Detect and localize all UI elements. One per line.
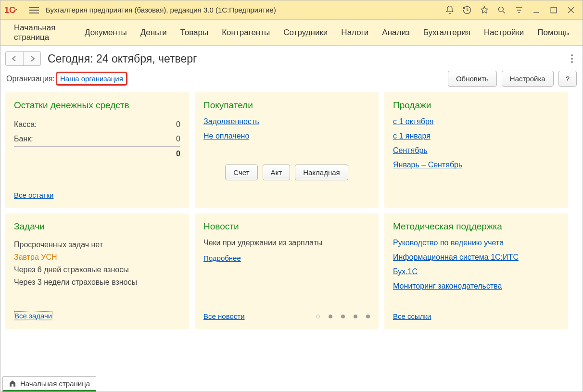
nav-row: Сегодня: 24 октября, четверг bbox=[5, 51, 578, 66]
menu-accounting[interactable]: Бухгалтерия bbox=[417, 25, 477, 40]
task-item-0: Просроченных задач нет bbox=[14, 239, 180, 251]
card-news: Новости Чеки при удержании из зарплаты П… bbox=[195, 214, 379, 329]
tab-home[interactable]: Начальная страница bbox=[2, 376, 96, 392]
cash-row-bank: Банк: 0 bbox=[14, 132, 180, 146]
sales-link-jan-sept[interactable]: Январь – Сентябрь bbox=[393, 161, 559, 169]
star-icon[interactable] bbox=[477, 2, 492, 18]
card-news-title: Новости bbox=[203, 221, 370, 232]
cash-total: 0 bbox=[14, 146, 180, 158]
buyers-link-debt[interactable]: Задолженность bbox=[203, 117, 370, 126]
card-cash-title: Остатки денежных средств bbox=[14, 100, 180, 111]
sales-link-oct1[interactable]: с 1 октября bbox=[393, 117, 559, 126]
close-icon[interactable] bbox=[563, 2, 579, 18]
refresh-button[interactable]: Обновить bbox=[448, 71, 497, 87]
news-all-link[interactable]: Все новости bbox=[203, 312, 245, 320]
tab-bar: Начальная страница bbox=[0, 374, 583, 392]
page-title: Сегодня: 24 октября, четверг bbox=[48, 52, 197, 65]
kebab-icon[interactable] bbox=[566, 53, 578, 64]
nav-forward-button[interactable] bbox=[23, 52, 40, 65]
menu-money[interactable]: Деньги bbox=[134, 25, 174, 40]
org-label: Организация: bbox=[6, 75, 55, 83]
history-icon[interactable] bbox=[459, 2, 475, 18]
svg-point-4 bbox=[571, 58, 573, 60]
buyers-btn-invoice[interactable]: Счет bbox=[225, 164, 257, 180]
cash-kassa-value: 0 bbox=[176, 120, 180, 129]
card-sales: Продажи с 1 октября с 1 января Сентябрь … bbox=[384, 92, 568, 208]
org-row: Организация: Наша организация Обновить Н… bbox=[6, 71, 577, 87]
pager-dot-4[interactable] bbox=[366, 315, 370, 318]
svg-point-5 bbox=[571, 61, 573, 63]
cash-row-kassa: Касса: 0 bbox=[14, 117, 180, 132]
support-link-buh1c[interactable]: Бух.1С bbox=[393, 267, 559, 276]
buyers-btn-act[interactable]: Акт bbox=[263, 164, 291, 180]
home-icon bbox=[9, 379, 16, 387]
card-tasks-title: Задачи bbox=[14, 221, 180, 232]
titlebar: 1С Бухгалтерия предприятия (базовая), ре… bbox=[0, 0, 583, 20]
news-more-link[interactable]: Подробнее bbox=[203, 254, 370, 262]
app-window: 1С Бухгалтерия предприятия (базовая), ре… bbox=[0, 0, 583, 392]
menu-taxes[interactable]: Налоги bbox=[334, 25, 375, 40]
task-item-1[interactable]: Завтра УСН bbox=[14, 251, 180, 264]
menu-settings[interactable]: Настройки bbox=[477, 25, 531, 40]
tasks-all-link[interactable]: Все задачи bbox=[14, 311, 52, 320]
main-menu: Начальная страница Документы Деньги Това… bbox=[0, 20, 583, 46]
buyers-btn-waybill[interactable]: Накладная bbox=[295, 164, 348, 180]
app-logo-icon: 1С bbox=[4, 5, 22, 15]
svg-point-3 bbox=[571, 54, 573, 56]
card-tasks: Задачи Просроченных задач нет Завтра УСН… bbox=[5, 214, 189, 329]
dashboard-grid: Остатки денежных средств Касса: 0 Банк: … bbox=[5, 92, 578, 329]
org-link-highlight: Наша организация bbox=[56, 72, 127, 86]
news-headline: Чеки при удержании из зарплаты bbox=[203, 239, 370, 247]
pager-dot-3[interactable] bbox=[354, 315, 357, 318]
search-icon[interactable] bbox=[494, 2, 509, 18]
org-link[interactable]: Наша организация bbox=[60, 75, 123, 83]
menu-home[interactable]: Начальная страница bbox=[7, 20, 78, 45]
nav-back-button[interactable] bbox=[6, 52, 23, 65]
window-title: Бухгалтерия предприятия (базовая), редак… bbox=[46, 6, 276, 14]
page-actions: Обновить Настройка ? bbox=[448, 71, 577, 87]
support-link-guide[interactable]: Руководство по ведению учета bbox=[393, 239, 559, 247]
menu-documents[interactable]: Документы bbox=[78, 25, 134, 40]
pager-dot-0[interactable] bbox=[316, 315, 320, 318]
svg-text:1С: 1С bbox=[4, 5, 15, 15]
support-all-link[interactable]: Все ссылки bbox=[393, 312, 431, 320]
sales-link-sept[interactable]: Сентябрь bbox=[393, 146, 559, 155]
card-sales-title: Продажи bbox=[393, 100, 559, 111]
pager-dot-2[interactable] bbox=[341, 315, 345, 318]
tab-home-label: Начальная страница bbox=[20, 379, 90, 388]
pager-dot-1[interactable] bbox=[329, 315, 332, 318]
filter-icon[interactable] bbox=[511, 2, 527, 18]
minimize-icon[interactable] bbox=[529, 2, 544, 18]
menu-goods[interactable]: Товары bbox=[174, 25, 215, 40]
help-button[interactable]: ? bbox=[558, 71, 577, 87]
cash-all-link[interactable]: Все остатки bbox=[14, 191, 53, 199]
cash-kassa-label: Касса: bbox=[14, 120, 37, 129]
cash-bank-value: 0 bbox=[176, 135, 180, 143]
news-pager bbox=[316, 315, 370, 318]
cash-bank-label: Банк: bbox=[14, 135, 33, 143]
titlebar-actions bbox=[442, 2, 579, 18]
menu-employees[interactable]: Сотрудники bbox=[277, 25, 334, 40]
card-support: Методическая поддержка Руководство по ве… bbox=[384, 214, 568, 329]
support-link-its[interactable]: Информационная система 1С:ИТС bbox=[393, 253, 559, 262]
bell-icon[interactable] bbox=[442, 2, 457, 18]
svg-point-1 bbox=[498, 7, 503, 12]
support-link-monitoring[interactable]: Мониторинг законодательства bbox=[393, 282, 559, 291]
svg-rect-2 bbox=[551, 7, 557, 13]
task-item-2[interactable]: Через 6 дней страховые взносы bbox=[14, 264, 180, 276]
menu-analysis[interactable]: Анализ bbox=[375, 25, 416, 40]
task-item-3[interactable]: Через 3 недели страховые взносы bbox=[14, 276, 180, 289]
menu-help[interactable]: Помощь bbox=[531, 25, 576, 40]
card-support-title: Методическая поддержка bbox=[393, 221, 559, 232]
card-buyers: Покупатели Задолженность Не оплачено Сче… bbox=[195, 92, 379, 208]
nav-buttons bbox=[5, 51, 41, 66]
menu-counterparties[interactable]: Контрагенты bbox=[215, 25, 277, 40]
sales-link-jan1[interactable]: с 1 января bbox=[393, 132, 559, 140]
content: Сегодня: 24 октября, четверг Организация… bbox=[0, 46, 583, 374]
maximize-icon[interactable] bbox=[546, 2, 561, 18]
settings-button[interactable]: Настройка bbox=[502, 71, 554, 87]
card-cash: Остатки денежных средств Касса: 0 Банк: … bbox=[5, 92, 189, 208]
buyers-link-unpaid[interactable]: Не оплачено bbox=[203, 132, 370, 140]
menu-icon[interactable] bbox=[29, 4, 41, 16]
card-buyers-title: Покупатели bbox=[203, 100, 370, 111]
